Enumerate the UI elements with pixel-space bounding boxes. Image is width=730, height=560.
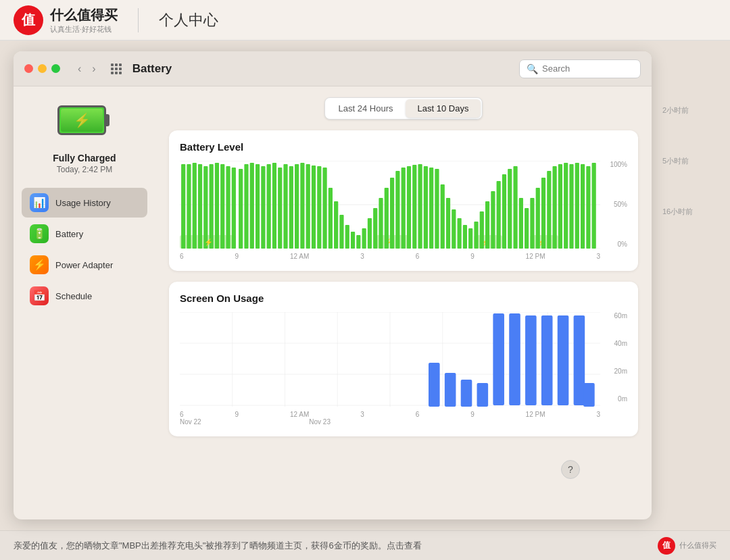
screen-x-labels-bottom: Nov 22 Nov 23: [180, 418, 600, 426]
svg-rect-80: [569, 164, 573, 249]
svg-rect-58: [446, 198, 450, 249]
window-body: ⚡ Fully Charged Today, 2:42 PM 📊 Usage H…: [14, 86, 652, 519]
svg-rect-23: [267, 164, 271, 249]
bottom-logo-text: 什么值得买: [679, 540, 716, 551]
bottom-logo: 值 什么值得买: [658, 537, 716, 555]
svg-rect-27: [289, 166, 293, 249]
svg-text:⚡: ⚡: [204, 238, 213, 247]
svg-rect-18: [239, 169, 243, 249]
screen-usage-svg: [180, 312, 600, 407]
svg-rect-78: [558, 164, 562, 249]
svg-rect-62: [468, 228, 472, 249]
svg-rect-39: [356, 235, 360, 249]
svg-rect-13: [215, 163, 219, 249]
svg-rect-97: [445, 373, 456, 407]
screen-y-labels: 60m 40m 20m 0m: [603, 312, 627, 426]
screen-x-5: 9: [470, 411, 474, 418]
y-label-50: 50%: [603, 201, 627, 208]
title-bar: ‹ › Battery 🔍: [14, 51, 652, 86]
screen-x-0: 6: [180, 411, 184, 418]
battery-chart-area: ⚡: [180, 161, 627, 260]
svg-rect-101: [509, 313, 520, 405]
sidebar-item-label: Schedule: [55, 291, 92, 301]
svg-rect-15: [226, 166, 230, 249]
svg-rect-44: [379, 198, 383, 249]
svg-rect-56: [435, 169, 439, 249]
toggle-tabs: Last 24 Hours Last 10 Days: [324, 97, 483, 120]
battery-window: ‹ › Battery 🔍: [14, 51, 652, 519]
site-sub: 认真生活·好好花钱: [50, 24, 118, 34]
svg-rect-11: [203, 166, 208, 249]
svg-rect-26: [283, 164, 287, 249]
svg-rect-42: [368, 218, 372, 249]
screen-x-7: 3: [596, 411, 600, 418]
logo-icon: 值: [14, 5, 43, 35]
page-title: 个人中心: [159, 10, 218, 30]
svg-rect-67: [497, 181, 501, 249]
minimize-button[interactable]: [38, 64, 47, 73]
sidebar-item-usage-history[interactable]: 📊 Usage History: [22, 188, 147, 218]
svg-rect-16: [232, 168, 236, 249]
svg-rect-30: [306, 164, 310, 249]
svg-rect-100: [493, 313, 504, 405]
svg-rect-31: [312, 166, 316, 249]
sidebar-item-battery[interactable]: 🔋 Battery: [22, 219, 147, 249]
sidebar-menu: 📊 Usage History 🔋 Battery ⚡ Power Adapte…: [22, 188, 147, 311]
svg-rect-52: [412, 165, 416, 249]
svg-rect-104: [558, 315, 569, 405]
sidebar-item-power-adapter[interactable]: ⚡ Power Adapter: [22, 250, 147, 280]
back-button[interactable]: ‹: [74, 61, 85, 76]
svg-rect-48: [402, 168, 406, 249]
sidebar-item-label: Usage History: [55, 198, 111, 208]
svg-rect-69: [508, 169, 512, 249]
screen-y-40: 40m: [603, 340, 627, 347]
sidebar: ⚡ Fully Charged Today, 2:42 PM 📊 Usage H…: [14, 86, 155, 519]
battery-visual: ⚡: [57, 105, 112, 136]
x-label-7: 3: [596, 253, 600, 260]
screen-x-1: 9: [235, 411, 239, 418]
sidebar-item-label: Battery: [55, 229, 83, 239]
svg-rect-72: [525, 208, 529, 249]
y-label-0: 0%: [603, 240, 627, 248]
svg-rect-24: [272, 163, 276, 249]
battery-level-svg: ⚡: [180, 161, 600, 249]
grid-icon[interactable]: [111, 63, 122, 74]
tab-last24h[interactable]: Last 24 Hours: [326, 99, 406, 118]
svg-rect-46: [390, 178, 394, 249]
battery-y-labels: 100% 50% 0%: [603, 161, 627, 260]
sidebar-item-schedule[interactable]: 📅 Schedule: [22, 281, 147, 311]
battery-status-label: Fully Charged: [53, 153, 116, 163]
screen-date-2: Nov 23: [309, 418, 331, 426]
tab-last10d[interactable]: Last 10 Days: [406, 99, 481, 118]
screen-chart-inner: 6 9 12 AM 3 6 9 12 PM 3 Nov: [180, 312, 600, 426]
battery-tip: [105, 114, 110, 126]
svg-rect-12: [210, 164, 214, 249]
traffic-lights: [24, 64, 60, 73]
battery-chart-inner: ⚡: [180, 161, 600, 260]
svg-rect-37: [345, 225, 349, 249]
svg-rect-20: [250, 163, 254, 249]
svg-rect-103: [541, 315, 553, 405]
search-icon: 🔍: [527, 63, 538, 74]
time-2: 5小时前: [662, 156, 711, 166]
svg-rect-49: [407, 166, 411, 249]
help-button[interactable]: ?: [561, 460, 580, 479]
bottom-message[interactable]: 亲爱的值友，您的晒物文章"MBP出差推荐充电头"被推荐到了晒物频道主页，获得6金…: [14, 540, 652, 552]
x-label-2: 12 AM: [290, 253, 309, 260]
divider: [138, 8, 139, 32]
forward-button[interactable]: ›: [88, 61, 99, 76]
screen-x-6: 12 PM: [526, 411, 545, 418]
svg-rect-73: [530, 198, 534, 249]
svg-rect-41: [362, 228, 366, 249]
search-box[interactable]: 🔍: [519, 59, 641, 78]
svg-rect-81: [575, 163, 579, 249]
svg-rect-74: [536, 188, 540, 249]
svg-rect-33: [322, 168, 326, 249]
screen-x-3: 3: [360, 411, 364, 418]
screen-x-labels-top: 6 9 12 AM 3 6 9 12 PM 3: [180, 409, 600, 418]
svg-rect-77: [553, 166, 557, 249]
search-input[interactable]: [542, 63, 630, 74]
maximize-button[interactable]: [51, 64, 60, 73]
svg-rect-96: [429, 363, 440, 407]
close-button[interactable]: [24, 64, 33, 73]
